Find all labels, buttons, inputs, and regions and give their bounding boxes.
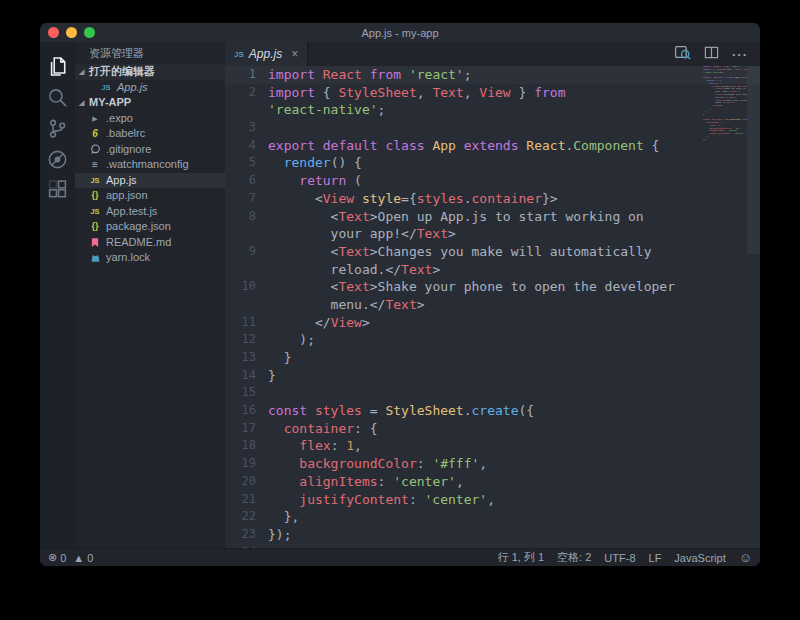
status-encoding[interactable]: UTF-8 xyxy=(604,552,635,564)
file-item-app.js[interactable]: JSApp.js xyxy=(75,173,225,189)
code-line[interactable]: 8 <Text>Open up App.js to start working … xyxy=(225,208,760,226)
code-line[interactable]: 23}); xyxy=(225,526,760,544)
file-name: .babelrc xyxy=(106,126,145,142)
line-number: 15 xyxy=(225,384,256,402)
minimize-window-button[interactable] xyxy=(66,27,77,38)
open-preview-icon[interactable] xyxy=(674,44,691,65)
status-language-mode[interactable]: JavaScript xyxy=(674,552,725,564)
status-eol[interactable]: LF xyxy=(649,552,662,564)
file-item-.gitignore[interactable]: .gitignore xyxy=(75,142,225,158)
code-line[interactable]: 'react-native'; xyxy=(225,101,760,119)
line-number: 1 xyxy=(225,66,256,84)
open-editor-item-app.js[interactable]: JSApp.js xyxy=(75,80,225,96)
explorer-title: 资源管理器 xyxy=(75,42,225,64)
activitybar-explorer-icon[interactable] xyxy=(40,51,75,82)
javascript-file-icon: JS xyxy=(88,173,102,189)
javascript-file-icon: JS xyxy=(88,204,102,220)
zoom-window-button[interactable] xyxy=(84,27,95,38)
code-line[interactable]: 21 justifyContent: 'center', xyxy=(225,491,760,509)
code-line[interactable]: your app!</Text> xyxy=(225,225,760,243)
minimap-line xyxy=(703,142,747,145)
warning-icon: ▲ xyxy=(73,552,84,564)
line-number: 7 xyxy=(225,190,256,208)
file-item-yarn.lock[interactable]: yarn.lock xyxy=(75,250,225,266)
line-number: 19 xyxy=(225,455,256,473)
open-editors-list: JSApp.js xyxy=(75,80,225,96)
tab-appjs[interactable]: JS App.js × xyxy=(225,42,308,66)
activitybar-search-icon[interactable] xyxy=(40,82,75,113)
file-item-app.json[interactable]: {}app.json xyxy=(75,188,225,204)
line-number: 2 xyxy=(225,84,256,102)
open-editors-header[interactable]: ◢ 打开的编辑器 xyxy=(75,64,225,80)
title-bar[interactable]: App.js - my-app xyxy=(40,23,760,42)
tab-label: App.js xyxy=(249,47,282,61)
code-line[interactable]: 20 alignItems: 'center', xyxy=(225,473,760,491)
code-line[interactable]: 19 backgroundColor: '#fff', xyxy=(225,455,760,473)
line-number xyxy=(225,296,256,314)
code-line[interactable]: 4export default class App extends React.… xyxy=(225,137,760,155)
status-cursor-position[interactable]: 行 1, 列 1 xyxy=(498,550,544,565)
line-number: 18 xyxy=(225,437,256,455)
scrollbar[interactable] xyxy=(747,66,760,254)
code-line[interactable]: 14} xyxy=(225,367,760,385)
code-line[interactable]: 12 ); xyxy=(225,331,760,349)
line-number xyxy=(225,101,256,119)
code-line[interactable]: 7 <View style={styles.container}> xyxy=(225,190,760,208)
javascript-file-icon: JS xyxy=(234,50,244,59)
file-item-app.test.js[interactable]: JSApp.test.js xyxy=(75,204,225,220)
code-line[interactable]: reload.</Text> xyxy=(225,261,760,279)
code-line[interactable]: 1import React from 'react'; xyxy=(225,66,760,84)
file-item-.expo[interactable]: ▶.expo xyxy=(75,111,225,127)
code-line[interactable]: 10 <Text>Shake your phone to open the de… xyxy=(225,278,760,296)
file-item-.babelrc[interactable]: 6.babelrc xyxy=(75,126,225,142)
line-number: 11 xyxy=(225,314,256,332)
close-tab-icon[interactable]: × xyxy=(291,48,298,60)
more-actions-icon[interactable]: ··· xyxy=(732,45,748,63)
code-line[interactable]: 22 }, xyxy=(225,508,760,526)
code-line[interactable]: 13 } xyxy=(225,349,760,367)
line-number: 9 xyxy=(225,243,256,261)
tab-bar: JS App.js × ··· xyxy=(225,42,760,66)
line-number: 13 xyxy=(225,349,256,367)
code-line[interactable]: 6 return ( xyxy=(225,172,760,190)
chevron-right-icon: ▶ xyxy=(88,111,102,127)
activitybar-extensions-icon[interactable] xyxy=(40,175,75,206)
list-icon: ≡ xyxy=(88,157,102,173)
line-number: 5 xyxy=(225,154,256,172)
code-line[interactable]: 11 </View> xyxy=(225,314,760,332)
json-file-icon: {} xyxy=(88,219,102,235)
code-line[interactable]: 15 xyxy=(225,384,760,402)
code-line[interactable]: 16const styles = StyleSheet.create({ xyxy=(225,402,760,420)
code-line[interactable]: menu.</Text> xyxy=(225,296,760,314)
code-editor[interactable]: 1import React from 'react';2import { Sty… xyxy=(225,66,760,548)
split-editor-icon[interactable] xyxy=(704,45,719,64)
file-item-.watchmanconfig[interactable]: ≡.watchmanconfig xyxy=(75,157,225,173)
project-folder-header[interactable]: ◢ MY-APP xyxy=(75,95,225,111)
file-item-package.json[interactable]: {}package.json xyxy=(75,219,225,235)
code-line[interactable]: 9 <Text>Changes you make will automatica… xyxy=(225,243,760,261)
feedback-smiley-icon[interactable]: ☺ xyxy=(739,551,752,564)
close-window-button[interactable] xyxy=(48,27,59,38)
markdown-file-icon xyxy=(88,237,102,248)
line-number: 22 xyxy=(225,508,256,526)
line-number xyxy=(225,225,256,243)
status-indentation[interactable]: 空格: 2 xyxy=(557,550,591,565)
file-name: .expo xyxy=(106,111,133,127)
minimap[interactable]: import React from 'react';import { Style… xyxy=(703,66,747,186)
status-bar: ⊗ 0 ▲ 0 行 1, 列 1空格: 2UTF-8LFJavaScript☺ xyxy=(40,548,760,566)
file-item-readme.md[interactable]: README.md xyxy=(75,235,225,251)
code-line[interactable]: 2import { StyleSheet, Text, View } from xyxy=(225,84,760,102)
code-line[interactable]: 5 render() { xyxy=(225,154,760,172)
code-line[interactable]: 17 container: { xyxy=(225,420,760,438)
line-number: 14 xyxy=(225,367,256,385)
vscode-window: App.js - my-app 资源管理器 ◢ 打开的编辑器 JSApp.js … xyxy=(40,23,760,566)
activitybar-source-control-icon[interactable] xyxy=(40,113,75,144)
activitybar-debug-icon[interactable] xyxy=(40,144,75,175)
line-number: 12 xyxy=(225,331,256,349)
line-number: 8 xyxy=(225,208,256,226)
git-icon xyxy=(88,144,102,155)
code-line[interactable]: 3 xyxy=(225,119,760,137)
problems-indicator[interactable]: ⊗ 0 ▲ 0 xyxy=(48,551,93,564)
sidebar-explorer: 资源管理器 ◢ 打开的编辑器 JSApp.js ◢ MY-APP ▶.expo6… xyxy=(75,42,225,548)
code-line[interactable]: 18 flex: 1, xyxy=(225,437,760,455)
